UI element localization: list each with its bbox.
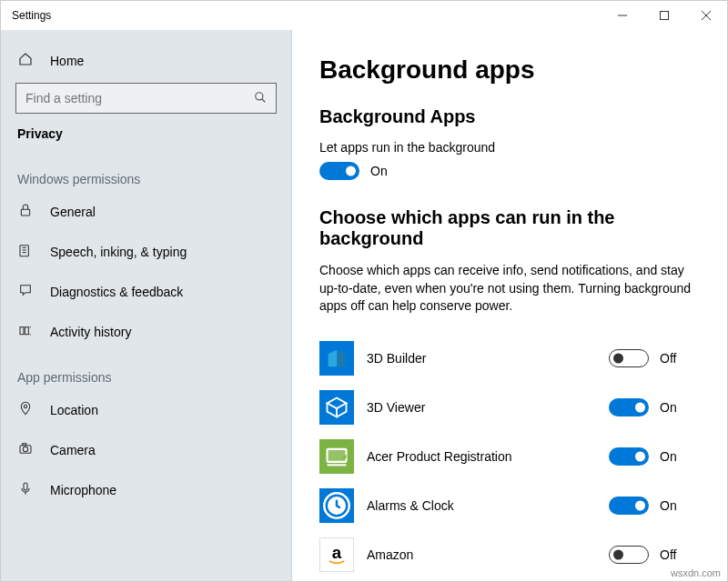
app-name: 3D Viewer [367, 400, 596, 415]
svg-rect-11 [20, 327, 24, 335]
app-icon [319, 390, 354, 425]
mic-icon [17, 481, 34, 499]
sidebar-item-label: Diagnostics & feedback [50, 285, 183, 299]
home-icon [17, 52, 34, 70]
app-toggle-state: On [660, 400, 677, 415]
feedback-icon [17, 283, 34, 301]
app-toggle-wrap: Off [609, 546, 700, 564]
app-toggle-state: On [660, 498, 677, 513]
page-title: Background apps [319, 55, 700, 85]
svg-rect-18 [23, 444, 26, 446]
app-row: 3D Viewer On [319, 383, 700, 432]
master-toggle-row: On [319, 162, 700, 180]
minimize-button[interactable] [602, 1, 643, 30]
sidebar-item-location[interactable]: Location [15, 390, 277, 430]
sidebar-category: Privacy [15, 126, 277, 154]
app-toggle-state: Off [660, 547, 676, 562]
svg-point-15 [24, 405, 26, 407]
maximize-button[interactable] [643, 1, 685, 30]
master-toggle-state: On [370, 164, 388, 178]
sidebar-item-microphone[interactable]: Microphone [15, 470, 277, 510]
watermark: wsxdn.com [671, 567, 721, 578]
history-icon [17, 323, 34, 341]
section-background-apps-title: Background Apps [319, 106, 700, 127]
app-toggle-wrap: Off [609, 349, 700, 367]
titlebar: Settings [1, 1, 727, 30]
app-toggle[interactable] [609, 349, 649, 367]
app-toggle[interactable] [609, 546, 649, 564]
sidebar-section-windows-permissions: Windows permissions [15, 154, 277, 192]
app-row: Acer Product Registration On [319, 432, 700, 481]
svg-text:a: a [332, 542, 342, 561]
search-input[interactable] [25, 91, 254, 105]
lock-icon [17, 203, 34, 221]
sidebar-section-app-permissions: App permissions [15, 352, 277, 390]
svg-rect-7 [20, 246, 28, 256]
sidebar-item-label: Speech, inking, & typing [50, 245, 187, 259]
location-icon [17, 401, 34, 419]
apps-list: 3D Builder Off 3D Viewer On Acer Product… [319, 334, 700, 579]
svg-point-4 [256, 92, 263, 99]
app-name: Acer Product Registration [367, 449, 596, 464]
app-toggle[interactable] [609, 447, 649, 466]
search-box[interactable] [15, 83, 277, 114]
sidebar-item-label: Camera [50, 443, 96, 457]
app-toggle[interactable] [609, 497, 649, 515]
section-choose-apps-title: Choose which apps can run in the backgro… [319, 207, 700, 249]
sidebar: Home Privacy Windows permissions General… [1, 30, 292, 581]
svg-rect-19 [24, 483, 27, 490]
window-title: Settings [12, 9, 51, 22]
window-body: Home Privacy Windows permissions General… [1, 30, 727, 581]
svg-rect-21 [328, 449, 347, 462]
window-controls [602, 1, 727, 30]
svg-line-5 [262, 98, 266, 102]
app-toggle-wrap: On [609, 398, 700, 416]
sidebar-item-diagnostics-feedback[interactable]: Diagnostics & feedback [15, 272, 277, 312]
camera-icon [17, 441, 34, 459]
svg-rect-6 [21, 209, 29, 216]
sidebar-item-activity-history[interactable]: Activity history [15, 312, 277, 352]
app-name: 3D Builder [367, 351, 596, 366]
sidebar-item-label: Location [50, 403, 98, 417]
app-row: a Amazon Off [319, 530, 700, 579]
app-toggle-state: On [660, 449, 677, 464]
master-toggle[interactable] [319, 162, 359, 180]
sidebar-item-label: Activity history [50, 325, 131, 339]
app-toggle-state: Off [660, 351, 676, 366]
app-row: Alarms & Clock On [319, 481, 700, 530]
app-name: Amazon [367, 547, 596, 562]
app-icon [319, 488, 354, 523]
app-name: Alarms & Clock [367, 498, 596, 513]
home-nav[interactable]: Home [15, 46, 277, 83]
sidebar-item-label: Microphone [50, 483, 116, 497]
main-content: Background apps Background Apps Let apps… [292, 30, 727, 581]
app-icon [319, 341, 354, 376]
home-label: Home [50, 54, 84, 68]
section-choose-apps-desc: Choose which apps can receive info, send… [319, 262, 700, 316]
sidebar-item-label: General [50, 205, 96, 219]
sidebar-item-speech-inking-typing[interactable]: Speech, inking, & typing [15, 232, 277, 272]
app-row: 3D Builder Off [319, 334, 700, 383]
sidebar-item-camera[interactable]: Camera [15, 430, 277, 470]
search-icon [254, 91, 267, 106]
app-toggle-wrap: On [609, 447, 700, 466]
svg-point-17 [23, 447, 27, 451]
sidebar-item-general[interactable]: General [15, 192, 277, 232]
svg-rect-12 [25, 327, 28, 335]
app-toggle[interactable] [609, 398, 649, 416]
svg-rect-1 [661, 12, 669, 20]
settings-window: Settings Home [0, 0, 728, 582]
app-toggle-wrap: On [609, 497, 700, 515]
close-button[interactable] [685, 1, 727, 30]
keyboard-icon [17, 243, 34, 261]
master-toggle-label: Let apps run in the background [319, 140, 700, 155]
app-icon [319, 439, 354, 474]
app-icon: a [319, 537, 354, 572]
